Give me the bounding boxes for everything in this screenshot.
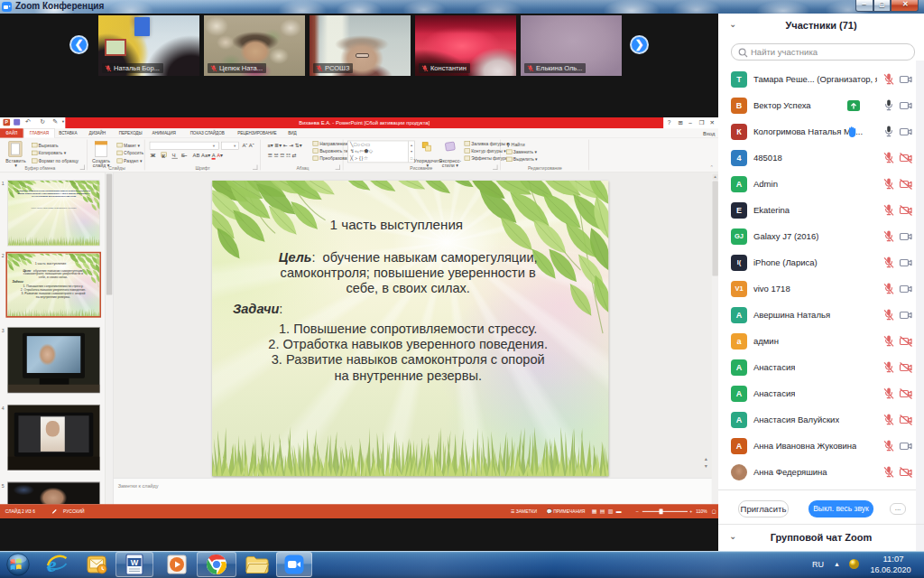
svg-text:W: W <box>131 558 139 567</box>
